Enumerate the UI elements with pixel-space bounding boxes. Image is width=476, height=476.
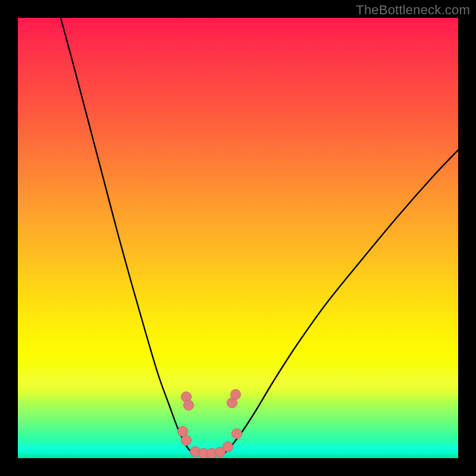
- plot-area: [18, 18, 458, 458]
- chart-svg: [18, 18, 458, 458]
- watermark-text: TheBottleneck.com: [356, 2, 470, 18]
- data-marker: [223, 442, 233, 452]
- outer-frame: TheBottleneck.com: [0, 0, 476, 476]
- data-marker: [184, 400, 194, 411]
- data-marker: [231, 390, 241, 400]
- data-marker: [181, 436, 192, 446]
- data-marker: [178, 427, 188, 437]
- bottleneck-curve: [61, 18, 458, 455]
- curve-group: [61, 18, 458, 455]
- data-marker: [232, 429, 242, 439]
